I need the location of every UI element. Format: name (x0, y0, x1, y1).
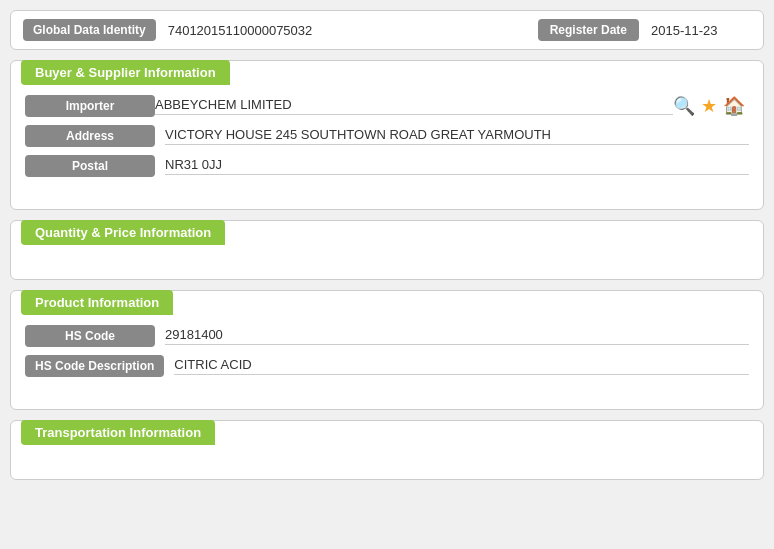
address-value: VICTORY HOUSE 245 SOUTHTOWN ROAD GREAT Y… (165, 127, 749, 145)
postal-label: Postal (25, 155, 155, 177)
quantity-price-section-title: Quantity & Price Information (21, 220, 225, 245)
transportation-section-title: Transportation Information (21, 420, 215, 445)
register-date-label: Register Date (538, 19, 639, 41)
address-label: Address (25, 125, 155, 147)
star-icon[interactable]: ★ (701, 95, 717, 117)
hs-code-description-label: HS Code Description (25, 355, 164, 377)
importer-value: ABBEYCHEM LIMITED (155, 97, 673, 115)
global-data-identity-value: 74012015110000075032 (168, 23, 526, 38)
product-section-title: Product Information (21, 290, 173, 315)
hs-code-label: HS Code (25, 325, 155, 347)
product-section: Product Information HS Code 29181400 HS … (10, 290, 764, 410)
buyer-supplier-section-title: Buyer & Supplier Information (21, 60, 230, 85)
register-date-value: 2015-11-23 (651, 23, 751, 38)
importer-label: Importer (25, 95, 155, 117)
quantity-price-body (11, 245, 763, 269)
buyer-supplier-section: Buyer & Supplier Information Importer AB… (10, 60, 764, 210)
product-body: HS Code 29181400 HS Code Description CIT… (11, 315, 763, 399)
postal-value: NR31 0JJ (165, 157, 749, 175)
hs-code-row: HS Code 29181400 (25, 325, 749, 347)
hs-code-description-row: HS Code Description CITRIC ACID (25, 355, 749, 377)
search-icon[interactable]: 🔍 (673, 95, 695, 117)
buyer-supplier-body: Importer ABBEYCHEM LIMITED 🔍 ★ 🏠 Address… (11, 85, 763, 199)
hs-code-value: 29181400 (165, 327, 749, 345)
transportation-section: Transportation Information (10, 420, 764, 480)
home-icon[interactable]: 🏠 (723, 95, 745, 117)
address-row: Address VICTORY HOUSE 245 SOUTHTOWN ROAD… (25, 125, 749, 147)
importer-row: Importer ABBEYCHEM LIMITED 🔍 ★ 🏠 (25, 95, 749, 117)
top-bar: Global Data Identity 7401201511000007503… (10, 10, 764, 50)
action-icons: 🔍 ★ 🏠 (673, 95, 749, 117)
hs-code-description-value: CITRIC ACID (174, 357, 749, 375)
postal-row: Postal NR31 0JJ (25, 155, 749, 177)
quantity-price-section: Quantity & Price Information (10, 220, 764, 280)
transportation-body (11, 445, 763, 469)
global-data-identity-label: Global Data Identity (23, 19, 156, 41)
